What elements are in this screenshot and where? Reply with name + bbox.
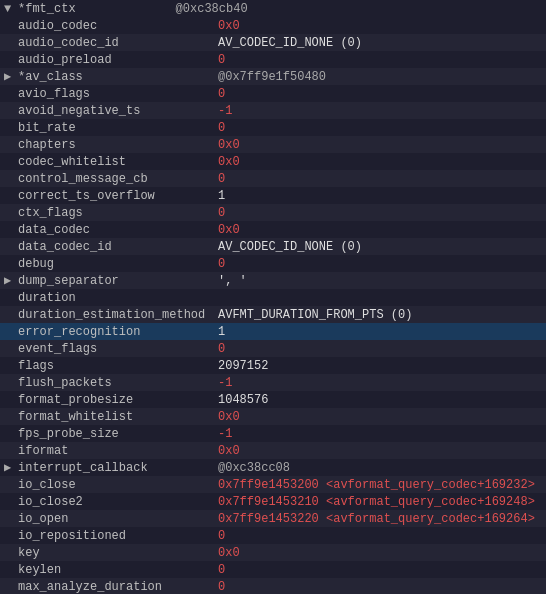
field-value: 0 xyxy=(218,563,225,577)
field-value: 0 xyxy=(218,529,225,543)
field-value: 0x0 xyxy=(218,444,240,458)
table-row[interactable]: io_close0x7ff9e1453200 <avformat_query_c… xyxy=(0,476,546,493)
field-value: -1 xyxy=(218,427,232,441)
field-value: -1 xyxy=(218,104,232,118)
table-row[interactable]: duration xyxy=(0,289,546,306)
expand-arrow[interactable]: ▶ xyxy=(4,273,18,288)
table-row[interactable]: audio_preload0 xyxy=(0,51,546,68)
table-row[interactable]: chapters0x0 xyxy=(0,136,546,153)
field-name: duration xyxy=(18,291,218,305)
field-value: 0x0 xyxy=(218,155,240,169)
field-value: 0 xyxy=(218,121,225,135)
table-row[interactable]: keylen0 xyxy=(0,561,546,578)
field-value: 0x7ff9e1453210 <avformat_query_codec+169… xyxy=(218,495,535,509)
header-value: @0xc38cb40 xyxy=(176,2,248,16)
table-row[interactable]: ▶dump_separator', ' xyxy=(0,272,546,289)
field-value: 0 xyxy=(218,87,225,101)
field-value: AV_CODEC_ID_NONE (0) xyxy=(218,36,362,50)
field-name: duration_estimation_method xyxy=(18,308,218,322)
field-name: correct_ts_overflow xyxy=(18,189,218,203)
field-name: error_recognition xyxy=(18,325,218,339)
field-value: 1048576 xyxy=(218,393,268,407)
field-value: 1 xyxy=(218,325,225,339)
field-value: @0x7ff9e1f50480 xyxy=(218,70,326,84)
table-row[interactable]: event_flags0 xyxy=(0,340,546,357)
field-name: audio_codec xyxy=(18,19,218,33)
field-value: 0 xyxy=(218,342,225,356)
table-row[interactable]: bit_rate0 xyxy=(0,119,546,136)
field-name: io_close2 xyxy=(18,495,218,509)
table-row[interactable]: error_recognition1 xyxy=(0,323,546,340)
table-row[interactable]: audio_codec_idAV_CODEC_ID_NONE (0) xyxy=(0,34,546,51)
header-name: *fmt_ctx xyxy=(18,2,76,16)
table-row[interactable]: codec_whitelist0x0 xyxy=(0,153,546,170)
field-name: flags xyxy=(18,359,218,373)
table-row[interactable]: flags2097152 xyxy=(0,357,546,374)
field-name: ctx_flags xyxy=(18,206,218,220)
field-value: 0 xyxy=(218,257,225,271)
field-value: 0x0 xyxy=(218,19,240,33)
field-name: debug xyxy=(18,257,218,271)
field-name: format_probesize xyxy=(18,393,218,407)
table-row[interactable]: iformat0x0 xyxy=(0,442,546,459)
field-name: io_open xyxy=(18,512,218,526)
debugger-container[interactable]: ▼ *fmt_ctx @0xc38cb40 audio_codec0x0 aud… xyxy=(0,0,546,594)
field-name: format_whitelist xyxy=(18,410,218,424)
table-row[interactable]: max_analyze_duration0 xyxy=(0,578,546,594)
field-value: 2097152 xyxy=(218,359,268,373)
field-name: interrupt_callback xyxy=(18,461,218,475)
field-value: @0xc38cc08 xyxy=(218,461,290,475)
field-name: event_flags xyxy=(18,342,218,356)
field-name: bit_rate xyxy=(18,121,218,135)
field-name: io_close xyxy=(18,478,218,492)
field-value: 0 xyxy=(218,53,225,67)
field-value: 0x0 xyxy=(218,223,240,237)
table-row[interactable]: duration_estimation_methodAVFMT_DURATION… xyxy=(0,306,546,323)
table-row[interactable]: data_codec_idAV_CODEC_ID_NONE (0) xyxy=(0,238,546,255)
table-row[interactable]: io_close20x7ff9e1453210 <avformat_query_… xyxy=(0,493,546,510)
field-value: 0x7ff9e1453200 <avformat_query_codec+169… xyxy=(218,478,535,492)
field-value: 0x0 xyxy=(218,138,240,152)
table-row[interactable]: key0x0 xyxy=(0,544,546,561)
field-value: 0x0 xyxy=(218,546,240,560)
table-row[interactable]: avoid_negative_ts-1 xyxy=(0,102,546,119)
field-name: flush_packets xyxy=(18,376,218,390)
table-row[interactable]: ▶*av_class@0x7ff9e1f50480 xyxy=(0,68,546,85)
field-name: avio_flags xyxy=(18,87,218,101)
table-row[interactable]: flush_packets-1 xyxy=(0,374,546,391)
field-name: data_codec_id xyxy=(18,240,218,254)
field-value: ', ' xyxy=(218,274,247,288)
field-name: fps_probe_size xyxy=(18,427,218,441)
expand-arrow[interactable]: ▶ xyxy=(4,460,18,475)
rows-container: audio_codec0x0 audio_codec_idAV_CODEC_ID… xyxy=(0,17,546,594)
table-row[interactable]: format_probesize1048576 xyxy=(0,391,546,408)
field-name: iformat xyxy=(18,444,218,458)
field-value: 0 xyxy=(218,206,225,220)
table-row[interactable]: io_open0x7ff9e1453220 <avformat_query_co… xyxy=(0,510,546,527)
field-name: audio_codec_id xyxy=(18,36,218,50)
field-name: keylen xyxy=(18,563,218,577)
table-row[interactable]: data_codec0x0 xyxy=(0,221,546,238)
table-row[interactable]: debug0 xyxy=(0,255,546,272)
table-row[interactable]: avio_flags0 xyxy=(0,85,546,102)
table-row[interactable]: control_message_cb0 xyxy=(0,170,546,187)
table-row[interactable]: ctx_flags0 xyxy=(0,204,546,221)
table-row[interactable]: correct_ts_overflow1 xyxy=(0,187,546,204)
field-name: audio_preload xyxy=(18,53,218,67)
field-value: 0 xyxy=(218,580,225,594)
field-name: io_repositioned xyxy=(18,529,218,543)
field-name: data_codec xyxy=(18,223,218,237)
field-value: 1 xyxy=(218,189,225,203)
field-name: key xyxy=(18,546,218,560)
table-row[interactable]: io_repositioned0 xyxy=(0,527,546,544)
field-name: avoid_negative_ts xyxy=(18,104,218,118)
table-row[interactable]: ▶interrupt_callback@0xc38cc08 xyxy=(0,459,546,476)
field-name: control_message_cb xyxy=(18,172,218,186)
table-row[interactable]: format_whitelist0x0 xyxy=(0,408,546,425)
expand-arrow[interactable]: ▶ xyxy=(4,69,18,84)
table-row[interactable]: audio_codec0x0 xyxy=(0,17,546,34)
field-value: AV_CODEC_ID_NONE (0) xyxy=(218,240,362,254)
table-row[interactable]: fps_probe_size-1 xyxy=(0,425,546,442)
field-value: AVFMT_DURATION_FROM_PTS (0) xyxy=(218,308,412,322)
field-value: 0x7ff9e1453220 <avformat_query_codec+169… xyxy=(218,512,535,526)
